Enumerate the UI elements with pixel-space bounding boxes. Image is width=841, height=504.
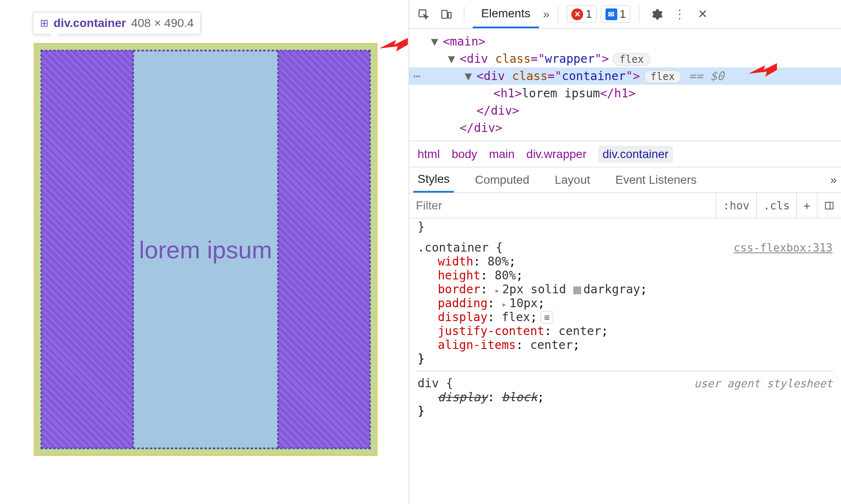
svg-rect-3 [442,10,447,18]
disclosure-triangle-icon[interactable]: ▼ [465,69,472,83]
toolbar-divider [464,6,464,23]
rule-close: } [418,404,833,418]
crumb-wrapper[interactable]: div.wrapper [526,147,587,161]
css-declaration[interactable]: justify-content: center; [418,324,833,338]
kebab-icon[interactable]: ⋮ [670,5,689,24]
chevron-more-icon[interactable]: » [543,8,550,21]
flex-badge[interactable]: flex [644,70,681,83]
tab-elements[interactable]: Elements [473,0,539,28]
crumb-main[interactable]: main [489,147,515,161]
tooltip-dimensions: 408 × 490.4 [131,16,194,30]
subtab-styles[interactable]: Styles [413,167,454,193]
inspected-element-margin: lorem ipsum [34,43,378,456]
annotation-arrow-right [748,55,778,86]
devtools-panel: Elements » ✕ 1 ✉ 1 ⋮ ✕ ▼<main> ▼<div cla… [409,0,841,504]
device-toggle-icon[interactable] [437,5,455,24]
subtab-event-listeners[interactable]: Event Listeners [611,167,701,193]
sidebar-toggle-icon[interactable] [817,193,841,218]
devtools-toolbar: Elements » ✕ 1 ✉ 1 ⋮ ✕ [409,0,841,29]
crumb-container[interactable]: div.container [598,146,673,163]
hov-toggle[interactable]: :hov [716,193,756,218]
svg-marker-1 [748,63,777,77]
breadcrumb: html body main div.wrapper div.container [409,141,841,167]
subtab-layout[interactable]: Layout [550,167,594,193]
css-declaration[interactable]: display: flex;⊞ [418,310,833,324]
ellipsis-icon[interactable]: ⋯ [413,69,420,83]
css-declaration-overridden[interactable]: display: block; [418,390,833,404]
css-declaration[interactable]: border: ▸2px solid darkgray; [418,282,833,296]
disclosure-triangle-icon[interactable]: ▼ [448,52,455,66]
css-declaration[interactable]: height: 80%; [418,268,833,282]
error-badge[interactable]: ✕ 1 [567,5,596,23]
message-icon: ✉ [605,8,617,20]
css-declaration[interactable]: width: 80%; [418,255,833,268]
rule-close: } [418,352,833,366]
svg-rect-5 [825,202,833,209]
flex-badge[interactable]: flex [613,53,650,66]
toolbar-divider [639,6,639,23]
svg-marker-0 [379,38,408,51]
console-ref: $0 [710,69,724,83]
dom-node-close-div[interactable]: </div> [409,119,841,137]
inspect-icon[interactable] [414,5,433,24]
expand-triangle-icon[interactable]: ▸ [502,299,507,309]
dom-node-h1[interactable]: <h1>lorem ipsum</h1> [409,85,841,102]
crumb-body[interactable]: body [452,147,477,161]
css-declaration[interactable]: align-items: center; [418,338,833,352]
rule-origin: user agent stylesheet [694,377,833,390]
rule-origin[interactable]: css-flexbox:313 [734,241,833,254]
tab-elements-label: Elements [481,7,530,20]
chevron-more-icon[interactable]: » [830,173,837,187]
cls-toggle[interactable]: .cls [756,193,797,218]
styles-filter-row: :hov .cls + [409,193,841,218]
svg-rect-4 [448,12,451,18]
crumb-html[interactable]: html [418,147,440,161]
close-icon[interactable]: ✕ [693,5,712,24]
tooltip-selector: div.container [54,16,126,30]
gear-icon[interactable] [648,5,666,24]
info-count: 1 [620,8,626,21]
new-rule-button[interactable]: + [796,193,817,218]
rule-selector[interactable]: .container { [418,241,503,255]
selection-marker: == [689,69,703,83]
styles-subtabs: Styles Computed Layout Event Listeners » [409,167,841,193]
rule-selector[interactable]: div { [418,376,453,390]
flex-editor-icon[interactable]: ⊞ [541,311,553,324]
annotation-arrow-left [379,29,409,61]
info-badge[interactable]: ✉ 1 [601,5,630,23]
flex-free-space-left [41,51,133,448]
heading-content: lorem ipsum [139,236,272,264]
styles-pane[interactable]: } .container { css-flexbox:313 width: 80… [409,218,841,504]
inspect-tooltip: ⊞ div.container 408 × 490.4 [33,12,201,35]
color-swatch[interactable] [573,287,581,294]
expand-triangle-icon[interactable]: ▸ [495,285,500,295]
flex-item: lorem ipsum [133,51,278,448]
subtab-computed[interactable]: Computed [471,167,533,193]
error-count: 1 [586,8,592,21]
error-icon: ✕ [571,8,583,20]
styles-filter-input[interactable] [409,199,716,212]
flex-free-space-right [278,51,370,448]
dom-node-close-div[interactable]: </div> [409,102,841,119]
disclosure-triangle-icon[interactable]: ▼ [431,35,438,48]
style-rule-container[interactable]: .container { css-flexbox:313 width: 80%;… [416,236,834,371]
toolbar-divider [558,6,558,23]
style-rule-ua[interactable]: div { user agent stylesheet display: blo… [416,371,834,423]
dom-node-main[interactable]: ▼<main> [409,33,841,50]
inspected-element-content: lorem ipsum [40,50,371,449]
flex-icon: ⊞ [40,17,48,29]
css-declaration[interactable]: padding: ▸10px; [418,296,833,310]
page-viewport: ⊞ div.container 408 × 490.4 lorem ipsum [0,0,409,504]
